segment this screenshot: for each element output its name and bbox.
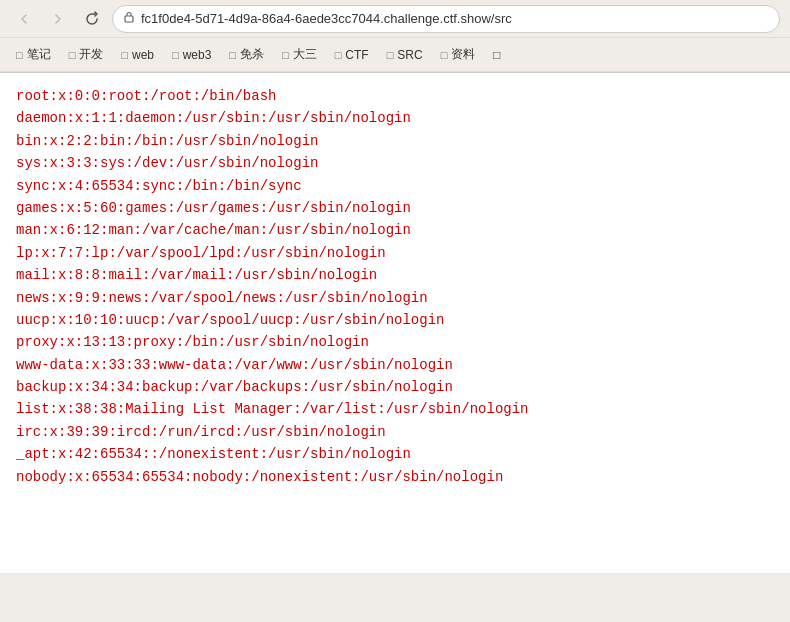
content-line: lp:x:7:7:lp:/var/spool/lpd:/usr/sbin/nol… (16, 242, 774, 264)
bookmark-CTF[interactable]: □ CTF (327, 44, 377, 66)
bookmark-web[interactable]: □ web (113, 44, 162, 66)
content-line: bin:x:2:2:bin:/bin:/usr/sbin/nologin (16, 130, 774, 152)
folder-icon-开发: □ (69, 49, 76, 61)
content-line: root:x:0:0:root:/root:/bin/bash (16, 85, 774, 107)
content-line: man:x:6:12:man:/var/cache/man:/usr/sbin/… (16, 219, 774, 241)
folder-icon-免杀: □ (229, 49, 236, 61)
bookmark-label-CTF: CTF (345, 48, 368, 62)
content-line: nobody:x:65534:65534:nobody:/nonexistent… (16, 466, 774, 488)
folder-icon-web3: □ (172, 49, 179, 61)
bookmark-SRC[interactable]: □ SRC (379, 44, 431, 66)
page-content: root:x:0:0:root:/root:/bin/bashdaemon:x:… (0, 73, 790, 573)
more-bookmarks-icon: □ (493, 48, 500, 62)
reload-button[interactable] (78, 5, 106, 33)
back-button[interactable] (10, 5, 38, 33)
content-line: mail:x:8:8:mail:/var/mail:/usr/sbin/nolo… (16, 264, 774, 286)
content-line: uucp:x:10:10:uucp:/var/spool/uucp:/usr/s… (16, 309, 774, 331)
svg-rect-0 (125, 16, 133, 22)
bookmark-label-资料: 资料 (451, 46, 475, 63)
folder-icon-CTF: □ (335, 49, 342, 61)
folder-icon-web: □ (121, 49, 128, 61)
bookmark-笔记[interactable]: □ 笔记 (8, 42, 59, 67)
bookmark-label-web3: web3 (183, 48, 212, 62)
content-line: daemon:x:1:1:daemon:/usr/sbin:/usr/sbin/… (16, 107, 774, 129)
content-line: irc:x:39:39:ircd:/run/ircd:/usr/sbin/nol… (16, 421, 774, 443)
bookmark-大三[interactable]: □ 大三 (274, 42, 325, 67)
bookmark-开发[interactable]: □ 开发 (61, 42, 112, 67)
forward-button[interactable] (44, 5, 72, 33)
folder-icon-大三: □ (282, 49, 289, 61)
bookmark-label-笔记: 笔记 (27, 46, 51, 63)
bookmark-label-SRC: SRC (397, 48, 422, 62)
bookmark-资料[interactable]: □ 资料 (433, 42, 484, 67)
bookmarks-bar: □ 笔记 □ 开发 □ web □ web3 □ 免杀 □ 大三 □ CTF □ (0, 38, 790, 72)
folder-icon-笔记: □ (16, 49, 23, 61)
bookmark-label-大三: 大三 (293, 46, 317, 63)
content-line: proxy:x:13:13:proxy:/bin:/usr/sbin/nolog… (16, 331, 774, 353)
folder-icon-SRC: □ (387, 49, 394, 61)
content-line: _apt:x:42:65534::/nonexistent:/usr/sbin/… (16, 443, 774, 465)
content-line: backup:x:34:34:backup:/var/backups:/usr/… (16, 376, 774, 398)
bookmark-label-免杀: 免杀 (240, 46, 264, 63)
content-line: www-data:x:33:33:www-data:/var/www:/usr/… (16, 354, 774, 376)
nav-bar: fc1f0de4-5d71-4d9a-86a4-6aede3cc7044.cha… (0, 0, 790, 38)
content-line: sync:x:4:65534:sync:/bin:/bin/sync (16, 175, 774, 197)
bookmark-免杀[interactable]: □ 免杀 (221, 42, 272, 67)
content-line: news:x:9:9:news:/var/spool/news:/usr/sbi… (16, 287, 774, 309)
bookmark-more[interactable]: □ (485, 44, 508, 66)
bookmark-label-开发: 开发 (79, 46, 103, 63)
address-bar[interactable]: fc1f0de4-5d71-4d9a-86a4-6aede3cc7044.cha… (112, 5, 780, 33)
bookmark-label-web: web (132, 48, 154, 62)
lock-icon (123, 11, 135, 26)
browser-chrome: fc1f0de4-5d71-4d9a-86a4-6aede3cc7044.cha… (0, 0, 790, 73)
content-line: games:x:5:60:games:/usr/games:/usr/sbin/… (16, 197, 774, 219)
bookmark-web3[interactable]: □ web3 (164, 44, 219, 66)
content-line: sys:x:3:3:sys:/dev:/usr/sbin/nologin (16, 152, 774, 174)
folder-icon-资料: □ (441, 49, 448, 61)
content-line: list:x:38:38:Mailing List Manager:/var/l… (16, 398, 774, 420)
url-text: fc1f0de4-5d71-4d9a-86a4-6aede3cc7044.cha… (141, 11, 512, 26)
